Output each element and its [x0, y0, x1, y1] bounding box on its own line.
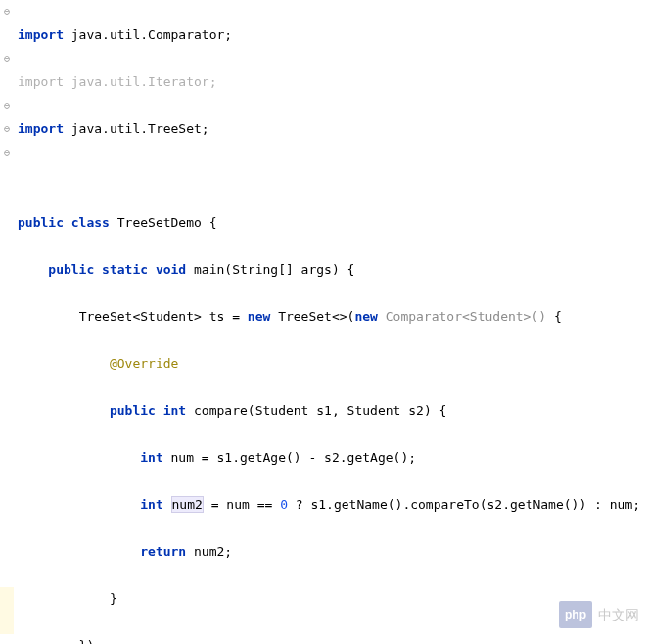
param: s1	[316, 403, 332, 418]
watermark: php 中文网	[559, 601, 639, 628]
import-path: java.util.TreeSet	[71, 121, 202, 136]
watermark-text: 中文网	[598, 603, 639, 626]
keyword: new	[354, 309, 377, 324]
var: ts	[209, 309, 225, 324]
var: num	[171, 450, 194, 465]
keyword: int	[140, 450, 162, 465]
fold-icon[interactable]: ⊖	[2, 101, 12, 111]
anon-type: Comparator<Student>	[386, 309, 531, 324]
keyword: public int	[110, 403, 186, 418]
fold-icon[interactable]: ⊖	[2, 54, 12, 64]
keyword: public class	[18, 215, 110, 230]
highlight-marker	[0, 611, 14, 634]
import-path: java.util.Comparator	[71, 27, 225, 42]
params: String[] args	[232, 262, 332, 277]
keyword: import	[18, 121, 64, 136]
unused-import: import java.util.Iterator;	[18, 74, 217, 89]
method-name: compare	[194, 403, 248, 418]
code-area[interactable]: import java.util.Comparator; import java…	[14, 0, 647, 644]
highlight-marker	[0, 587, 14, 611]
var-highlighted: num2	[171, 496, 204, 513]
ctor: TreeSet<>	[278, 309, 347, 324]
keyword: new	[248, 309, 270, 324]
fold-icon[interactable]: ⊖	[2, 148, 12, 158]
keyword: return	[140, 544, 186, 559]
keyword: public static void	[48, 262, 186, 277]
class-name: TreeSetDemo	[117, 215, 202, 230]
code-editor[interactable]: ⊖ ⊖ ⊖ ⊖ ⊖ import java.util.Comparator; i…	[0, 0, 647, 644]
param: s2	[408, 403, 424, 418]
number: 0	[280, 497, 288, 512]
keyword: import	[18, 27, 64, 42]
annotation: @Override	[110, 356, 178, 371]
fold-icon[interactable]: ⊖	[2, 7, 12, 17]
gutter: ⊖ ⊖ ⊖ ⊖ ⊖	[0, 0, 14, 644]
php-badge-icon: php	[559, 601, 592, 628]
keyword: int	[140, 497, 162, 512]
method-name: main	[194, 262, 224, 277]
type: TreeSet<Student>	[79, 309, 202, 324]
fold-icon[interactable]: ⊖	[2, 124, 12, 134]
